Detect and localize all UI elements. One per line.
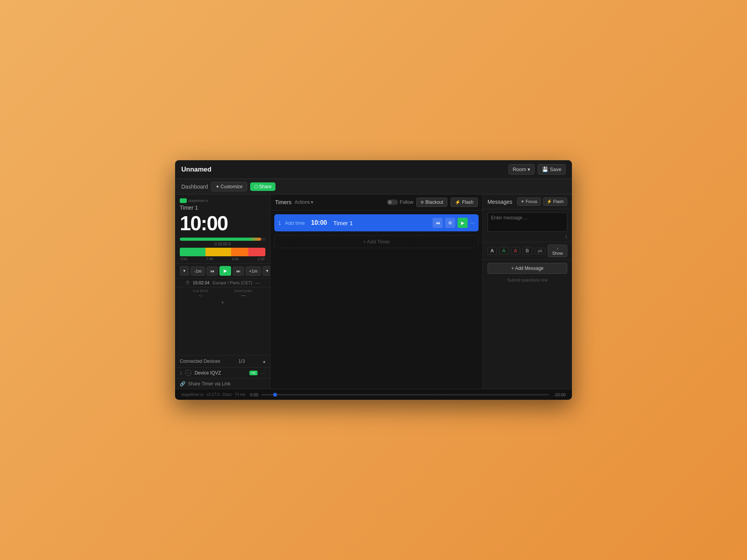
timers-header: Timers Actions ▾ Follow Blackout xyxy=(270,194,482,210)
focus-button[interactable]: ☀ Focus xyxy=(517,198,541,206)
play-button[interactable]: ▶ xyxy=(219,266,231,276)
timer-play-icon: ▶ xyxy=(461,220,464,226)
status-left: stagetimer.io · v2.17.0 · Docs · 74 ms xyxy=(181,392,245,397)
start-time-label: 0:00 xyxy=(250,392,258,397)
customize-button[interactable]: ✦ Customize xyxy=(211,182,247,191)
logo-dot xyxy=(180,198,187,203)
cue-finish-label: Cue finish xyxy=(193,289,208,293)
room-button[interactable]: Room ▾ xyxy=(509,164,535,175)
show-label: ↑ Show xyxy=(551,246,564,256)
follow-toggle-switch[interactable] xyxy=(387,200,398,205)
timer-play-button[interactable]: ▶ xyxy=(458,218,468,228)
add-message-label: + Add Message xyxy=(511,266,544,271)
skip-forward-button[interactable]: ⏭ xyxy=(233,266,244,276)
actions-label: Actions xyxy=(295,200,310,205)
title-bar: Unnamed Room ▾ 💾 Save xyxy=(175,160,572,179)
devices-header[interactable]: Connected Devices 1/3 ▴ xyxy=(175,355,270,367)
blackout-dot-icon xyxy=(421,201,424,204)
message-count: 1 xyxy=(487,234,567,239)
format-a2-button[interactable]: A xyxy=(499,247,509,255)
dropdown-btn[interactable]: ▾ xyxy=(180,266,189,276)
skip-back-button[interactable]: ⏮ xyxy=(207,266,218,276)
time-ruler-labels: 0:00 7:30 5:00 2:30 xyxy=(180,257,265,261)
skip-back-icon: ⏮ xyxy=(210,269,214,273)
timezone-label: Europe / Paris (CET) xyxy=(212,280,252,285)
connected-devices: Connected Devices 1/3 ▴ 1 ○ Device IQVZ … xyxy=(175,355,270,389)
save-button[interactable]: 💾 Save xyxy=(538,164,566,175)
progress-bar-container: 0:10:00.0 xyxy=(180,238,265,246)
show-button[interactable]: ↑ Show xyxy=(548,245,567,257)
messages-right: ☀ Focus ⚡ Flash xyxy=(517,198,567,206)
minus-1m-button[interactable]: -1m xyxy=(191,266,205,276)
timer-skip-back-icon: ⏮ xyxy=(436,220,440,225)
format-a3-button[interactable]: A xyxy=(511,247,520,255)
timer-skip-back-button[interactable]: ⏮ xyxy=(433,218,443,228)
submit-questions-text: Submit questions link xyxy=(507,278,548,282)
device-num: 1 xyxy=(180,371,182,375)
cue-finish-col: Cue finish -:- xyxy=(193,289,208,298)
collapse-button[interactable]: ▾ xyxy=(221,300,224,305)
add-timer-button[interactable]: + Add Timer xyxy=(274,235,479,248)
cue-finish-value: -:- xyxy=(198,293,202,298)
skip-forward-icon: ⏭ xyxy=(236,269,240,273)
timer-display-area: stagetimer.io Timer 1 10:00 0:10:00.0 xyxy=(175,194,270,264)
actions-button[interactable]: Actions ▾ xyxy=(295,200,313,205)
status-bar: stagetimer.io · v2.17.0 · Docs · 74 ms 0… xyxy=(175,389,572,400)
message-input[interactable] xyxy=(487,212,567,232)
devices-count: 1/3 xyxy=(238,359,245,364)
room-label: Room xyxy=(513,166,526,172)
share-button[interactable]: ⬡ Share xyxy=(250,182,275,191)
blackout-button[interactable]: Blackout xyxy=(416,198,447,207)
format-b-button[interactable]: B xyxy=(523,247,532,255)
clock-dash: — xyxy=(255,280,260,285)
add-timer-label: + Add Timer xyxy=(363,239,390,245)
timer-header-row: Timer 1 xyxy=(180,205,265,211)
follow-toggle[interactable]: Follow xyxy=(387,200,414,205)
share-link-row[interactable]: 🔗 Share Timer via Link xyxy=(175,378,270,389)
timeline-track[interactable] xyxy=(261,394,549,396)
center-panel: Timers Actions ▾ Follow Blackout xyxy=(270,194,482,389)
timers-right: Follow Blackout ⚡ Flash xyxy=(387,198,478,207)
status-center: 0:00 xyxy=(245,392,554,397)
cue-info-row: Cue finish -:- Over/Under — xyxy=(175,287,270,299)
timer-row-time: 10:00 xyxy=(311,219,327,226)
ruler-label-2: 5:00 xyxy=(232,257,239,261)
device-more-button[interactable]: ··· xyxy=(261,370,265,376)
floppy-icon: 💾 xyxy=(542,166,548,172)
title-bar-right: Room ▾ 💾 Save xyxy=(509,164,566,175)
timer-add-time: Add time xyxy=(285,220,305,226)
actions-chevron-icon: ▾ xyxy=(311,200,313,205)
minus-1m-label: -1m xyxy=(194,269,202,273)
stagetimer-logo: stagetimer.io xyxy=(180,198,265,203)
flash-msg-button[interactable]: ⚡ Flash xyxy=(543,198,567,206)
flash-msg-label: ⚡ Flash xyxy=(547,199,564,204)
add-message-button[interactable]: + Add Message xyxy=(487,263,567,274)
timeline-thumb[interactable] xyxy=(273,393,277,397)
device-name: Device IQVZ xyxy=(195,370,246,376)
link-icon: 🔗 xyxy=(180,381,186,387)
blackout-label: Blackout xyxy=(425,200,443,205)
app-window: Unnamed Room ▾ 💾 Save Dashboard ✦ Custom… xyxy=(175,160,572,400)
ruler-label-1: 7:30 xyxy=(206,257,213,261)
timer-more-button[interactable]: ··· xyxy=(470,220,475,226)
submit-questions-link[interactable]: Submit questions link xyxy=(483,277,572,283)
logo-text: stagetimer.io xyxy=(188,199,208,203)
timer-gear-button[interactable]: ⚙ xyxy=(445,218,455,228)
message-format-row: A A A B aA ↑ Show xyxy=(483,242,572,260)
plus-1m-button[interactable]: +1m xyxy=(245,266,261,276)
ruler-label-3: 2:30 xyxy=(258,257,265,261)
format-a1-button[interactable]: A xyxy=(487,247,497,255)
room-chevron-icon: ▾ xyxy=(528,166,530,172)
over-under-value: — xyxy=(241,293,245,298)
tab-bar: Dashboard ✦ Customize ⬡ Share xyxy=(175,179,572,194)
dashboard-tab[interactable]: Dashboard xyxy=(181,184,208,190)
device-badge: +C xyxy=(249,371,258,375)
progress-bar-bg xyxy=(180,238,265,241)
format-aa-button[interactable]: aA xyxy=(535,248,545,254)
left-panel: stagetimer.io Timer 1 10:00 0:10:00.0 xyxy=(175,194,270,389)
devices-title: Connected Devices xyxy=(180,359,220,364)
flash-button[interactable]: ⚡ Flash xyxy=(451,198,478,207)
status-right: -10:00 xyxy=(554,392,566,397)
customize-label: ✦ Customize xyxy=(216,184,243,189)
progress-bar-fill xyxy=(180,238,261,241)
